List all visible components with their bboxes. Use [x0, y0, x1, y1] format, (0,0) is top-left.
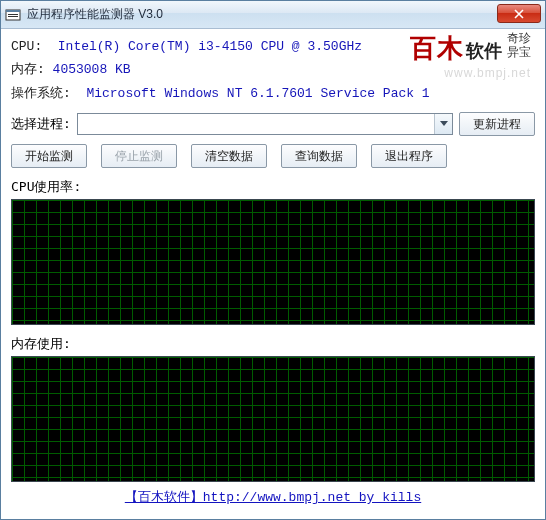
memory-usage-graph — [11, 356, 535, 482]
cpu-usage-graph — [11, 199, 535, 325]
chevron-down-icon — [440, 121, 448, 127]
brand-red: 百木 — [410, 34, 464, 63]
brand-tag1: 奇珍 — [507, 31, 531, 45]
process-input[interactable] — [78, 114, 434, 134]
client-area: 百木软件 奇珍 异宝 www.bmpj.net CPU: Intel(R) Co… — [1, 29, 545, 519]
stop-monitor-button: 停止监测 — [101, 144, 177, 168]
brand-url: www.bmpj.net — [410, 66, 531, 80]
clear-data-button[interactable]: 清空数据 — [191, 144, 267, 168]
process-label: 选择进程: — [11, 115, 71, 133]
app-icon — [5, 7, 21, 23]
titlebar[interactable]: 应用程序性能监测器 V3.0 — [1, 1, 545, 29]
exit-button[interactable]: 退出程序 — [371, 144, 447, 168]
app-window: 应用程序性能监测器 V3.0 百木软件 奇珍 异宝 www.bmpj.net C… — [0, 0, 546, 520]
process-row: 选择进程: 更新进程 — [11, 112, 535, 136]
button-row: 开始监测 停止监测 清空数据 查询数据 退出程序 — [11, 144, 535, 168]
brand-black: 软件 — [466, 41, 502, 61]
start-monitor-button[interactable]: 开始监测 — [11, 144, 87, 168]
svg-rect-1 — [6, 10, 20, 12]
window-title: 应用程序性能监测器 V3.0 — [27, 6, 163, 23]
process-combobox[interactable] — [77, 113, 453, 135]
os-info: 操作系统: Microsoft Windows NT 6.1.7601 Serv… — [11, 84, 535, 102]
refresh-process-button[interactable]: 更新进程 — [459, 112, 535, 136]
brand-tag2: 异宝 — [507, 45, 531, 59]
close-button[interactable] — [497, 4, 541, 23]
svg-rect-3 — [8, 16, 18, 17]
query-data-button[interactable]: 查询数据 — [281, 144, 357, 168]
brand-logo: 百木软件 奇珍 异宝 www.bmpj.net — [410, 31, 531, 80]
svg-rect-2 — [8, 14, 18, 15]
cpu-section-label: CPU使用率: — [11, 178, 535, 196]
mem-section-label: 内存使用: — [11, 335, 535, 353]
footer-link[interactable]: 【百木软件】http://www.bmpj.net by kills — [11, 488, 535, 506]
dropdown-button[interactable] — [434, 114, 452, 134]
